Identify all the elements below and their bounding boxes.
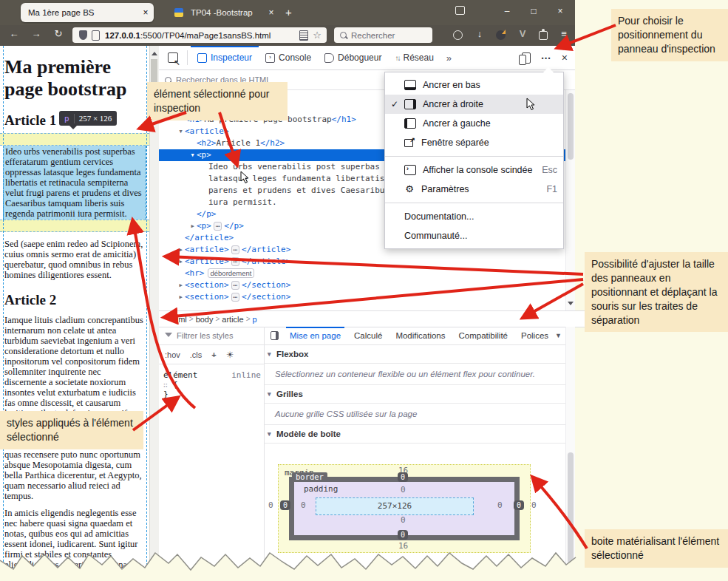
minimize-button[interactable]: – (500, 6, 514, 16)
search-bar[interactable]: Rechercher (334, 27, 432, 43)
scroll-down-icon[interactable] (568, 302, 574, 308)
margin-right-value[interactable]: 0 (531, 500, 537, 510)
hamburger-menu-icon[interactable]: ≡ (556, 28, 572, 39)
scroll-up-icon[interactable] (152, 49, 157, 55)
drag-handle-icon: ∷ (163, 381, 168, 389)
tree-scrollbar[interactable] (565, 90, 575, 310)
add-rule-icon[interactable]: + (211, 350, 216, 359)
content-box[interactable]: 257×126 (316, 497, 474, 515)
breadcrumb-item[interactable]: body (194, 315, 216, 324)
tree-row[interactable]: <hr>débordement (159, 268, 575, 279)
url-bar[interactable]: 127.0.0.1:5500/TP04/maPage1sansBS.html ☆ (72, 27, 327, 43)
scrollbar-thumb[interactable] (568, 93, 574, 160)
bookmark-star-icon[interactable]: ☆ (313, 30, 322, 41)
tree-row[interactable]: ▶<article>⋯</article> (159, 256, 575, 268)
padding-left-value[interactable]: 0 (301, 500, 306, 510)
browser-titlebar: Ma 1ère page BS × TP04 -Bootstrap × + – … (0, 0, 575, 25)
tooltip-size: 257 × 126 (79, 114, 112, 123)
breadcrumb[interactable]: html>body>article>p (159, 310, 585, 327)
pseudo-hover-button[interactable]: :hov (165, 350, 180, 359)
maximize-button[interactable]: □ (526, 6, 541, 16)
page-scrollbar[interactable] (149, 46, 160, 569)
devtools-close-icon[interactable]: × (562, 52, 568, 64)
margin-bottom-value[interactable]: 16 (398, 541, 408, 551)
tree-row[interactable]: ▶<section>⋯</section> (159, 291, 575, 303)
callout-box-highlight: boite matérialisant l'élément sélectionn… (585, 529, 728, 568)
border-left-value[interactable]: 0 (280, 500, 290, 510)
flexbox-section-header[interactable]: Flexbox (265, 345, 566, 364)
tab-console[interactable]: › Console (259, 46, 318, 69)
tab-close-icon[interactable]: × (263, 7, 279, 18)
breadcrumb-item[interactable]: html (169, 315, 189, 324)
menu-item[interactable]: Ancrer en bas (385, 75, 563, 95)
more-tabs-icon[interactable]: » (440, 52, 457, 64)
rule-selector[interactable]: élément (163, 370, 197, 380)
download-icon[interactable]: ↓ (472, 28, 488, 39)
element-picker-icon[interactable] (168, 52, 178, 63)
pane-scrollbar[interactable] (565, 327, 575, 569)
grid-section-header[interactable]: Grilles (265, 385, 566, 404)
window-close-button[interactable]: × (553, 6, 568, 16)
back-button[interactable]: ← (6, 28, 22, 39)
menu-item[interactable]: Documentation... (385, 207, 563, 226)
tab-debugger[interactable]: Débogueur (318, 46, 388, 69)
reload-button[interactable]: ↻ (50, 28, 67, 39)
breadcrumb-item[interactable]: article (220, 315, 245, 324)
menu-item[interactable]: ⚙ParamètresF1 (385, 180, 563, 199)
light-scheme-icon[interactable]: ☀ (226, 350, 234, 360)
tab-overview-icon[interactable] (452, 6, 467, 17)
tab-compatibility[interactable]: Compatibilité (452, 327, 514, 344)
padding-right-value[interactable]: 0 (497, 500, 503, 510)
menu-item[interactable]: Ancrer à gauche (385, 114, 563, 133)
class-toggle-button[interactable]: .cls (190, 350, 203, 359)
scrollbar-thumb[interactable] (568, 452, 574, 563)
menu-item[interactable]: Communauté... (385, 226, 563, 245)
padding-bottom-value[interactable]: 0 (401, 515, 406, 525)
reader-mode-icon[interactable] (299, 30, 308, 41)
tab-inactive[interactable]: TP04 -Bootstrap × (169, 3, 279, 22)
boxmodel-section-header[interactable]: Modèle de boîte (265, 425, 566, 444)
grid-message: Aucune grille CSS utilisée sur la page (265, 404, 566, 425)
browser-navbar: ← → ↻ 127.0.0.1:5500/TP04/maPage1sansBS.… (0, 25, 575, 47)
border-bottom-value[interactable]: 0 (398, 530, 408, 540)
sidebar-toggle-icon[interactable] (271, 331, 279, 340)
border-right-value[interactable]: 0 (514, 500, 524, 510)
responsive-design-icon[interactable] (522, 52, 531, 64)
margin-left-value[interactable]: 0 (268, 500, 273, 510)
rule-source-link[interactable]: inline (231, 370, 261, 380)
callout-resize-panels: Possibilité d'ajuster la taille des pann… (585, 252, 728, 332)
tab-network[interactable]: ↑↓ Réseau (388, 46, 440, 69)
menu-item[interactable]: Afficher la console scindéeEsc (385, 160, 563, 180)
article2-heading: Article 2 (4, 292, 145, 308)
margin-highlight-bottom (0, 220, 149, 232)
tab-layout[interactable]: Mise en page (283, 327, 347, 344)
tab-inspector[interactable]: Inspecteur (191, 46, 259, 69)
breadcrumb-item[interactable]: p (251, 315, 259, 324)
styles-filter-field[interactable]: Filtrer les styles (159, 327, 264, 345)
border-top-value[interactable]: 0 (398, 472, 408, 482)
callout-selected-element: élément sélectionné pour inspection (147, 82, 288, 120)
puzzle-icon[interactable] (535, 31, 551, 42)
menu-item[interactable]: Fenêtre séparée (385, 133, 563, 152)
extension-icon[interactable] (492, 30, 508, 42)
shield-icon[interactable] (79, 30, 87, 40)
chevron-down-icon[interactable]: ▼ (555, 332, 566, 339)
tab-active[interactable]: Ma 1ère page BS × (21, 3, 154, 22)
devtools-guide-left (3, 46, 4, 569)
page-info-icon[interactable] (92, 30, 100, 41)
tab-close-icon[interactable]: × (137, 7, 154, 18)
forward-button[interactable]: → (28, 28, 44, 39)
pocket-icon[interactable] (449, 30, 466, 42)
devtools-menu-icon[interactable]: ⋯ (541, 52, 551, 64)
tab-fonts[interactable]: Polices (514, 327, 555, 344)
extension-v-icon[interactable]: V (514, 28, 531, 39)
padding-top-value[interactable]: 0 (401, 485, 406, 495)
url-text[interactable]: 127.0.0.1:5500/TP04/maPage1sansBS.html (105, 31, 295, 40)
new-tab-button[interactable]: + (285, 6, 292, 18)
devtools-dock-menu: Ancrer en bas✓Ancrer à droiteAncrer à ga… (384, 72, 564, 249)
tab-computed[interactable]: Calculé (347, 327, 389, 344)
tab-label: Inspecteur (211, 52, 252, 63)
tree-row[interactable]: ▶<section>⋯</section> (159, 279, 575, 291)
tab-changes[interactable]: Modifications (389, 327, 452, 344)
margin-highlight-top (0, 133, 149, 146)
